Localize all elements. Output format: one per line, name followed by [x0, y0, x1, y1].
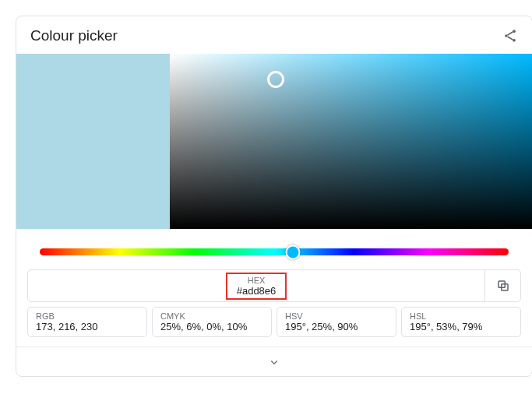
hex-label: HEX [237, 276, 277, 285]
hsv-label: HSV [285, 311, 388, 321]
chevron-down-icon [267, 355, 281, 369]
hsl-value: 195°, 53%, 79% [410, 321, 513, 332]
cmyk-value: 25%, 6%, 0%, 10% [160, 321, 263, 332]
rgb-label: RGB [36, 311, 139, 321]
rgb-value: 173, 216, 230 [36, 321, 139, 332]
rgb-cell[interactable]: RGB 173, 216, 230 [27, 307, 147, 337]
hex-row: HEX #add8e6 [27, 269, 521, 302]
hsv-value: 195°, 25%, 90% [285, 321, 388, 332]
format-grid: RGB 173, 216, 230 CMYK 25%, 6%, 0%, 10% … [27, 307, 521, 337]
saturation-value-picker[interactable] [170, 54, 532, 229]
cmyk-label: CMYK [160, 311, 263, 321]
header: Colour picker [16, 16, 532, 54]
hsl-cell[interactable]: HSL 195°, 53%, 79% [401, 307, 521, 337]
hsl-label: HSL [410, 311, 513, 321]
svg-point-0 [513, 30, 516, 33]
hue-thumb[interactable] [286, 244, 301, 259]
color-swatch [16, 54, 170, 229]
cmyk-cell[interactable]: CMYK 25%, 6%, 0%, 10% [152, 307, 272, 337]
picker-area [16, 54, 532, 229]
hex-highlight: HEX #add8e6 [226, 273, 287, 300]
share-icon[interactable] [502, 28, 518, 44]
copy-icon [496, 279, 510, 293]
hue-slider[interactable] [40, 248, 509, 255]
expand-toggle[interactable] [16, 347, 532, 376]
hex-cell[interactable]: HEX #add8e6 [28, 270, 484, 301]
color-picker-card: Colour picker HEX #add8e6 [16, 16, 532, 377]
hue-row [16, 229, 532, 269]
svg-point-2 [513, 39, 516, 42]
svg-point-1 [505, 34, 508, 37]
page-title: Colour picker [30, 27, 118, 44]
sv-cursor[interactable] [267, 71, 284, 88]
values-section: HEX #add8e6 RGB 173, 216, 230 CMYK [16, 269, 532, 347]
copy-button[interactable] [484, 270, 520, 301]
hex-value: #add8e6 [237, 285, 277, 297]
hsv-cell[interactable]: HSV 195°, 25%, 90% [277, 307, 396, 337]
